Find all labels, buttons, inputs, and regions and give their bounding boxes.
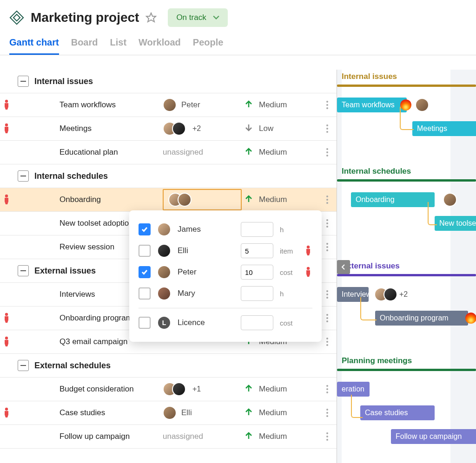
resource-indicator [304,267,312,278]
gantt-bar[interactable]: Onboarding program [375,311,468,326]
gantt-bar[interactable]: Case studies [360,405,435,420]
priority-cell[interactable]: Medium [244,147,287,158]
task-name: Onboarding [13,195,101,204]
gantt-bar[interactable]: Meetings [412,121,476,136]
priority-cell[interactable]: Medium [244,384,287,395]
checkbox[interactable] [139,317,151,329]
gantt-bar[interactable]: Onboarding [351,192,435,207]
more-menu[interactable] [323,385,332,393]
dependency-connector [428,202,437,225]
task-row[interactable]: OnboardingMedium [0,188,337,212]
collapse-toggle[interactable] [18,170,29,182]
assignee-cell[interactable]: +2 [163,122,201,136]
assignee-cell[interactable]: unassigned [163,148,203,157]
project-title: Marketing project [31,10,139,25]
assignee-popup: JameshElliitemPetercostMaryhLLicencecost [129,210,322,342]
gantt-group-bar [337,179,476,182]
gantt-group-label: Internal schedules [342,167,411,176]
task-row[interactable]: Follow up campaignunassignedMedium [0,425,337,449]
svg-point-5 [5,194,8,197]
avatar-group: +2 [374,287,408,301]
more-menu[interactable] [323,243,332,251]
collapse-toggle[interactable] [18,360,29,371]
more-menu[interactable] [323,196,332,204]
unit-label: item [280,247,298,255]
dependency-connector [360,297,377,320]
assignee-option[interactable]: Elliitem [139,240,312,261]
assignee-option[interactable]: Maryh [139,283,312,304]
tab-people[interactable]: People [193,37,224,55]
tab-board[interactable]: Board [71,37,98,55]
assignee-name: Peter [178,267,234,277]
more-menu[interactable] [323,409,332,417]
more-menu[interactable] [323,148,332,157]
allocation-input[interactable] [241,286,273,301]
task-row[interactable]: Educational planunassignedMedium [0,141,337,164]
more-menu[interactable] [323,219,332,228]
avatar: L [157,316,171,330]
allocation-input[interactable] [241,222,273,237]
priority-cell[interactable]: Medium [244,407,287,419]
assignee-option[interactable]: Petercost [139,261,312,283]
more-menu[interactable] [323,290,332,299]
priority-cell[interactable]: Medium [244,431,287,443]
allocation-input[interactable] [241,265,273,280]
more-menu[interactable] [323,432,332,441]
avatar [443,193,457,207]
more-menu[interactable] [323,124,332,133]
gantt-group-bar [337,274,476,276]
tab-workload[interactable]: Workload [139,37,181,55]
unit-label: cost [280,319,298,327]
checkbox[interactable] [139,245,151,257]
chevron-down-icon [213,13,219,22]
collapse-toggle[interactable] [18,76,29,87]
status-dropdown[interactable]: On track [168,8,227,27]
gantt-bar[interactable]: Team workflows [337,98,407,112]
task-name: Meetings [13,124,92,133]
resource-name: Licence [178,318,234,327]
assignee-cell[interactable]: Elli [163,406,192,420]
checkbox[interactable] [139,266,151,278]
task-row[interactable]: Case studiesElliMedium [0,401,337,425]
allocation-input[interactable] [241,315,273,330]
gantt-bar[interactable]: Follow up campaign [391,429,476,444]
allocation-input[interactable] [241,243,273,258]
assignee-cell[interactable]: Peter [163,98,200,112]
task-row[interactable]: Meetings+2Low [0,117,337,141]
checkbox[interactable] [139,287,151,300]
tab-list[interactable]: List [110,37,126,55]
gantt-group-label: Internal issues [342,72,397,81]
assignee-cell[interactable]: +1 [163,382,201,396]
svg-point-3 [5,99,8,102]
tab-gantt-chart[interactable]: Gantt chart [9,37,59,55]
arrow-down-icon [244,123,253,135]
flame-icon [465,313,476,324]
priority-cell[interactable]: Medium [244,194,287,206]
checkbox[interactable] [139,223,151,235]
assignee-cell[interactable] [163,189,242,210]
task-row[interactable]: Team workflowsPeterMedium [0,93,337,117]
gantt-bar[interactable]: New toolset adoption [435,216,476,231]
resource-option[interactable]: LLicencecost [139,312,312,333]
avatar [415,98,429,112]
assignee-option[interactable]: Jamesh [139,219,312,240]
svg-rect-0 [10,11,23,24]
more-menu[interactable] [323,101,332,109]
task-row[interactable]: Budget consideration+1Medium [0,378,337,401]
task-name: Budget consideration [13,385,134,394]
more-menu[interactable] [323,338,332,346]
view-tabs: Gantt chartBoardListWorkloadPeople [0,27,476,55]
more-menu[interactable] [323,314,332,322]
svg-rect-1 [13,14,20,21]
star-icon[interactable] [145,12,157,23]
priority-cell[interactable]: Medium [244,99,287,111]
collapse-left-icon[interactable] [337,260,350,274]
collapse-toggle[interactable] [18,265,29,276]
priority-cell[interactable]: Low [244,123,273,135]
resource-indicator [0,123,13,135]
svg-point-10 [307,267,310,269]
resource-indicator [304,245,312,257]
status-label: On track [176,13,206,22]
assignee-cell[interactable]: unassigned [163,432,203,441]
arrow-up-icon [244,431,253,443]
